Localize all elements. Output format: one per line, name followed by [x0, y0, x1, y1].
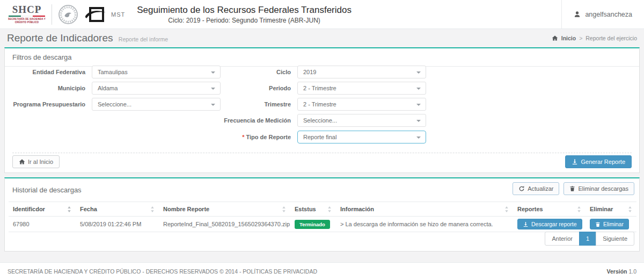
go-home-button[interactable]: Ir al Inicio — [12, 155, 60, 168]
trimestre-select[interactable]: 2 - Trimestre — [297, 98, 426, 111]
table-header-row: Identificdor Fecha Nombre Reporte Eststu… — [9, 202, 636, 217]
generate-report-button[interactable]: Generar Reporte — [565, 155, 632, 168]
user-icon — [574, 11, 581, 18]
shcp-logo-text: SHCP — [8, 4, 46, 15]
form-row: Programa Presupuestario Seleccione... — [10, 98, 221, 111]
app-title-block: Seguimiento de los Recursos Federales Tr… — [137, 4, 352, 24]
municipio-label: Municipio — [10, 85, 85, 91]
select-value: Seleccione... — [98, 101, 131, 107]
breadcrumb-separator: > — [579, 35, 582, 41]
required-asterisk: * — [242, 134, 244, 140]
cell-fecha: 5/08/2019 01:22:46 PM — [76, 217, 159, 232]
refresh-button[interactable]: Actualizar — [513, 182, 559, 195]
tipo-reporte-label: *Tipo de Reporte — [210, 134, 291, 140]
sort-icon — [577, 206, 581, 212]
form-row: Periodo 2 - Trimestre — [210, 82, 426, 95]
column-header-fecha[interactable]: Fecha — [76, 202, 159, 217]
periodo-select[interactable]: 2 - Trimestre — [297, 82, 426, 95]
top-header: SHCP SECRETARÍA DE HACIENDA Y CRÉDITO PÚ… — [0, 0, 644, 29]
footer-version: Versión 1.0 — [607, 268, 636, 275]
select-value: Tamaulipas — [98, 69, 128, 75]
user-menu[interactable]: angelfsancheza — [561, 0, 644, 29]
shcp-logo-subtext: SECRETARÍA DE HACIENDA Y CRÉDITO PÚBLICO — [8, 18, 46, 24]
cell-estatus: Terminado — [290, 217, 336, 232]
pagination-page-1[interactable]: 1 — [579, 232, 596, 246]
select-value: Aldama — [98, 85, 118, 91]
mst-logo-icon — [84, 5, 107, 24]
download-icon — [572, 159, 578, 165]
select-value: Seleccione... — [303, 117, 337, 124]
sort-icon — [628, 206, 632, 212]
app-title: Seguimiento de los Recursos Federales Tr… — [137, 4, 352, 17]
sort-icon — [327, 206, 332, 212]
form-row: Entidad Federativa Tamaulipas — [10, 66, 221, 78]
select-value: Reporte final — [303, 134, 336, 140]
form-row: Municipio Aldama — [10, 82, 221, 95]
column-header-estatus[interactable]: Eststus — [290, 202, 336, 217]
page-title: Reporte de Indicadores — [7, 32, 113, 44]
delete-row-button[interactable]: Eliminar — [590, 219, 629, 229]
username: angelfsancheza — [585, 11, 632, 18]
entidad-federativa-label: Entidad Federativa — [10, 69, 85, 75]
home-icon — [552, 35, 558, 41]
form-row: *Tipo de Reporte Reporte final — [210, 131, 426, 143]
frecuencia-medicion-select[interactable]: Seleccione... — [297, 114, 426, 127]
sort-icon — [150, 206, 155, 212]
pagination-next-button[interactable]: Siguiente — [596, 232, 634, 246]
download-icon — [523, 221, 529, 227]
page-subtitle: Reporte del informe — [119, 36, 168, 42]
table-row: 67980 5/08/2019 01:22:46 PM ReporteInd_F… — [9, 217, 636, 232]
chevron-down-icon — [416, 120, 421, 122]
header-divider — [52, 4, 52, 25]
chevron-down-icon — [416, 137, 421, 139]
frecuencia-medicion-label: Frecuencia de Medición — [210, 117, 291, 124]
cell-reportes: Descargar reporte — [513, 217, 586, 232]
chevron-down-icon — [416, 104, 421, 106]
tipo-reporte-select[interactable]: Reporte final — [297, 131, 426, 143]
pagination-prev-button[interactable]: Anterior — [545, 232, 580, 246]
sort-icon — [504, 206, 509, 212]
form-row: Frecuencia de Medición Seleccione... — [210, 114, 426, 127]
download-report-button[interactable]: Descargar reporte — [517, 219, 582, 229]
trash-icon — [595, 221, 601, 227]
programa-presupuestario-select[interactable]: Seleccione... — [92, 98, 221, 111]
entidad-federativa-select[interactable]: Tamaulipas — [92, 66, 221, 78]
sort-icon — [282, 206, 286, 212]
ciclo-select[interactable]: 2019 — [297, 66, 426, 78]
cell-informacion: > La descarga de información se hizo de … — [336, 217, 513, 232]
app-subtitle: Ciclo: 2019 - Periodo: Segundo Trimestre… — [137, 17, 352, 24]
download-history-panel: Historial de descargas Actualizar Elimin… — [4, 177, 640, 252]
column-header-identificador[interactable]: Identificdor — [9, 202, 76, 217]
panel-footer-divider — [12, 153, 632, 153]
trimestre-label: Trimestre — [210, 101, 291, 107]
home-icon — [19, 159, 25, 165]
column-header-reportes[interactable]: Reportes — [513, 202, 586, 217]
pagination: Anterior 1 Siguiente — [545, 232, 634, 246]
history-panel-title: Historial de descargas — [12, 186, 82, 194]
shcp-logo: SHCP SECRETARÍA DE HACIENDA Y CRÉDITO PÚ… — [8, 4, 46, 24]
column-header-nombre-reporte[interactable]: Nombre Reporte — [159, 202, 290, 217]
page-footer: SECRETARÍA DE HACIENDA Y CRÉDITO PÚBLICO… — [0, 262, 644, 280]
cell-nombre: ReporteInd_Final_5082019_1565029364370.z… — [159, 217, 290, 232]
page-heading: Reporte de Indicadores Reporte del infor… — [0, 29, 644, 47]
form-row: Ciclo 2019 — [210, 66, 426, 78]
delete-downloads-button[interactable]: Eliminar descargas — [564, 182, 634, 195]
sort-icon — [67, 206, 71, 212]
municipio-select[interactable]: Aldama — [92, 82, 221, 95]
select-value: 2 - Trimestre — [303, 101, 336, 107]
select-value: 2 - Trimestre — [303, 85, 336, 91]
cell-id: 67980 — [9, 217, 76, 232]
filters-panel-title: Filtros de descarga — [5, 48, 639, 67]
mst-logo: MST — [84, 5, 125, 24]
breadcrumb: Inicio > Reporte del ejercicio — [552, 35, 637, 41]
column-header-eliminar[interactable]: Eliminar — [586, 202, 636, 217]
column-header-informacion[interactable]: Información — [336, 202, 513, 217]
breadcrumb-home-link[interactable]: Inicio — [561, 35, 576, 41]
chevron-down-icon — [416, 71, 421, 74]
periodo-label: Periodo — [210, 85, 291, 91]
ciclo-label: Ciclo — [210, 69, 291, 75]
footer-copyright: SECRETARÍA DE HACIENDA Y CRÉDITO PÚBLICO… — [8, 268, 317, 275]
status-badge: Terminado — [295, 220, 330, 229]
breadcrumb-current: Reporte del ejercicio — [586, 35, 637, 41]
downloads-table: Identificdor Fecha Nombre Reporte Eststu… — [9, 202, 636, 232]
